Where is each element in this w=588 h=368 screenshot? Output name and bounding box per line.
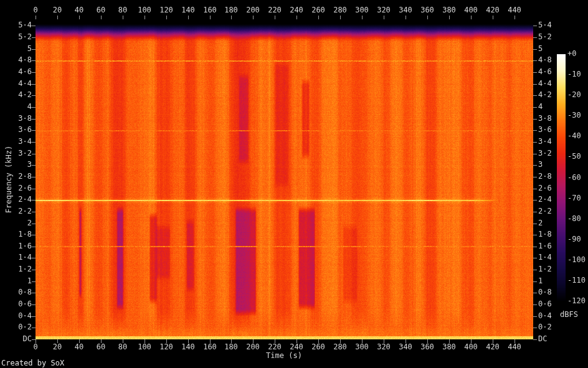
time-tick-label-top: 20 <box>53 6 62 14</box>
freq-tick-label-left: DC <box>23 335 32 343</box>
freq-tick-label-left: 2·2 <box>18 207 32 215</box>
freq-tick-label-right: 3·8 <box>538 115 552 123</box>
time-tick-label-bottom: 400 <box>464 343 478 351</box>
time-tick-label-bottom: 40 <box>75 343 83 351</box>
freq-tick-label-right: 0·4 <box>538 312 552 320</box>
time-tick-label-top: 100 <box>138 6 151 14</box>
freq-tick-label-right: 2·6 <box>538 184 552 192</box>
freq-tick-label-left: 3 <box>27 161 32 169</box>
freq-tick-label-left: 2·6 <box>18 184 32 192</box>
time-tick-label-bottom: 380 <box>442 343 456 351</box>
freq-tick-label-left: 1·4 <box>18 253 32 262</box>
freq-tick-label-right: 0·8 <box>538 288 552 296</box>
time-tick-label-top: 140 <box>181 6 195 14</box>
freq-tick-label-right: 0·6 <box>538 300 552 308</box>
time-tick-label-bottom: 300 <box>355 343 369 351</box>
colorbar-tick-label: -40 <box>567 132 581 140</box>
freq-tick-label-left: 1·2 <box>18 265 32 273</box>
freq-tick-label-right: 3·6 <box>538 126 552 134</box>
freq-tick-label-left: 3·4 <box>18 138 32 146</box>
colorbar-tick-label: -70 <box>567 194 581 202</box>
colorbar-tick-label: -100 <box>567 256 586 264</box>
time-tick-label-top: 0 <box>33 6 37 14</box>
time-tick-label-top: 160 <box>203 6 217 14</box>
time-tick-label-bottom: 440 <box>508 343 521 351</box>
colorbar-tick-label: -10 <box>567 70 581 78</box>
colorbar-tick-label: -110 <box>567 276 586 285</box>
time-tick-label-top: 300 <box>355 6 369 14</box>
time-tick-label-top: 280 <box>333 6 347 14</box>
colorbar-tick-label: -80 <box>567 215 581 223</box>
time-tick-label-bottom: 200 <box>246 343 260 351</box>
freq-tick-label-right: DC <box>538 335 547 343</box>
freq-tick-label-left: 4·4 <box>18 80 32 88</box>
colorbar-tick-label: -90 <box>567 235 581 243</box>
freq-tick-label-right: 2·8 <box>538 172 552 181</box>
colorbar-tick-label: -30 <box>567 111 581 120</box>
freq-tick-label-left: 0·8 <box>18 288 32 296</box>
colorbar-tick-label: -120 <box>567 297 586 305</box>
freq-tick-label-left: 0·6 <box>18 300 32 308</box>
freq-tick-label-right: 1·2 <box>538 265 552 273</box>
freq-tick-label-left: 1·8 <box>18 230 32 238</box>
time-tick-label-top: 420 <box>486 6 500 14</box>
time-tick-label-top: 240 <box>290 6 303 14</box>
freq-tick-label-left: 5·2 <box>18 33 32 41</box>
time-tick-label-bottom: 80 <box>118 343 127 351</box>
freq-tick-label-left: 4·2 <box>18 91 32 99</box>
colorbar-gradient <box>557 54 566 301</box>
freq-tick-label-right: 2·4 <box>538 196 552 204</box>
time-tick-label-bottom: 140 <box>181 343 195 351</box>
freq-tick-label-left: 2·4 <box>18 196 32 204</box>
freq-tick-label-left: 3·6 <box>18 126 32 134</box>
freq-tick-label-left: 2·8 <box>18 172 32 181</box>
freq-tick-label-right: 4 <box>538 103 543 111</box>
time-tick-label-top: 60 <box>97 6 105 14</box>
colorbar-tick-label: -50 <box>567 153 581 161</box>
created-by-credit: Created by SoX <box>1 359 64 367</box>
time-tick-label-top: 340 <box>399 6 412 14</box>
freq-tick-label-right: 4·6 <box>538 68 552 76</box>
freq-tick-label-left: 0·4 <box>18 312 32 320</box>
freq-tick-label-right: 3·4 <box>538 138 552 146</box>
time-tick-label-bottom: 60 <box>97 343 105 351</box>
time-tick-label-top: 360 <box>420 6 434 14</box>
freq-tick-label-right: 3·2 <box>538 149 552 158</box>
freq-tick-label-right: 4·4 <box>538 80 552 88</box>
freq-tick-label-right: 4·2 <box>538 91 552 99</box>
freq-tick-label-left: 5 <box>27 45 32 53</box>
sox-spectrogram-window: 0204060801001201401601802002202402602803… <box>0 0 588 368</box>
freq-tick-label-right: 3 <box>538 161 543 169</box>
time-tick-label-bottom: 260 <box>311 343 325 351</box>
freq-tick-label-left: 4 <box>27 103 32 111</box>
freq-tick-label-right: 4·8 <box>538 56 552 64</box>
time-tick-label-bottom: 120 <box>159 343 173 351</box>
time-tick-label-top: 80 <box>118 6 127 14</box>
time-tick-label-top: 380 <box>442 6 456 14</box>
time-tick-label-bottom: 220 <box>268 343 282 351</box>
time-tick-label-top: 260 <box>311 6 325 14</box>
time-tick-label-bottom: 100 <box>138 343 151 351</box>
time-tick-label-bottom: 280 <box>333 343 347 351</box>
freq-tick-label-left: 0·2 <box>18 323 32 331</box>
time-tick-label-bottom: 0 <box>33 343 37 351</box>
freq-tick-label-right: 0·2 <box>538 323 552 331</box>
freq-tick-label-right: 5 <box>538 45 543 53</box>
time-tick-label-top: 440 <box>508 6 521 14</box>
time-tick-label-top: 40 <box>75 6 83 14</box>
time-tick-label-top: 400 <box>464 6 478 14</box>
freq-tick-label-right: 2 <box>538 219 543 227</box>
freq-tick-label-left: 5·4 <box>18 21 32 29</box>
colorbar-tick-label: -60 <box>567 174 581 182</box>
freq-tick-label-left: 4·8 <box>18 56 32 64</box>
time-tick-label-bottom: 20 <box>53 343 62 351</box>
x-axis-title: Time (s) <box>266 351 302 360</box>
time-tick-label-bottom: 160 <box>203 343 217 351</box>
freq-tick-label-left: 1 <box>27 277 32 285</box>
freq-tick-label-right: 1·6 <box>538 242 552 250</box>
freq-tick-label-right: 1 <box>538 277 543 285</box>
time-tick-label-bottom: 240 <box>290 343 303 351</box>
time-tick-label-top: 320 <box>377 6 391 14</box>
time-tick-label-bottom: 320 <box>377 343 391 351</box>
time-tick-label-bottom: 340 <box>399 343 412 351</box>
